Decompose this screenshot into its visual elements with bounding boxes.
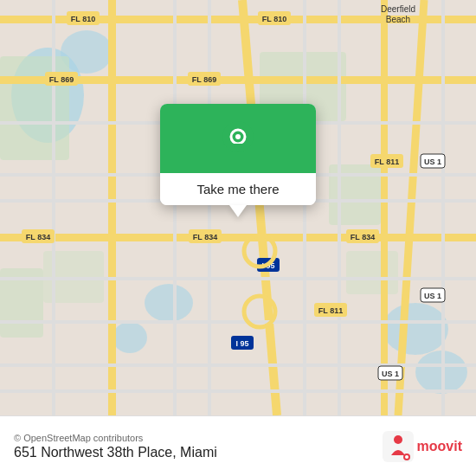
- svg-rect-29: [208, 0, 211, 415]
- svg-rect-23: [0, 277, 476, 280]
- svg-point-70: [394, 435, 402, 444]
- bottom-info-bar: © OpenStreetMap contributors 651 Northwe…: [0, 415, 476, 476]
- svg-rect-26: [0, 389, 476, 393]
- svg-point-3: [145, 284, 193, 322]
- svg-text:FL 834: FL 834: [193, 233, 217, 241]
- location-popup: Take me there: [160, 104, 316, 205]
- svg-text:US 1: US 1: [382, 370, 399, 378]
- svg-rect-27: [52, 0, 55, 415]
- take-me-there-button[interactable]: Take me there: [160, 173, 316, 205]
- bottom-left-info: © OpenStreetMap contributors 651 Northwe…: [14, 433, 217, 460]
- svg-rect-28: [173, 0, 177, 415]
- svg-text:FL 869: FL 869: [49, 75, 74, 84]
- svg-text:FL 834: FL 834: [351, 233, 375, 241]
- svg-rect-30: [303, 0, 306, 415]
- svg-rect-31: [338, 0, 341, 415]
- moovit-logo-svg: [383, 431, 414, 462]
- moovit-logo: moovit: [383, 431, 462, 462]
- svg-text:US 1: US 1: [424, 292, 441, 300]
- svg-rect-19: [381, 0, 388, 415]
- svg-point-4: [113, 322, 147, 353]
- svg-text:FL 869: FL 869: [192, 75, 216, 84]
- svg-rect-12: [346, 251, 398, 294]
- svg-text:I 95: I 95: [235, 339, 248, 348]
- moovit-text: moovit: [417, 439, 462, 454]
- svg-text:FL 811: FL 811: [375, 158, 399, 166]
- svg-rect-32: [441, 0, 445, 415]
- svg-rect-15: [0, 234, 476, 241]
- popup-tail: [229, 205, 247, 217]
- svg-text:FL 810: FL 810: [262, 15, 286, 23]
- svg-text:Beach: Beach: [386, 15, 410, 24]
- popup-green-header: [160, 104, 316, 173]
- map-attribution: © OpenStreetMap contributors: [14, 433, 217, 443]
- location-name: 651 Northwest 38th Place, Miami: [14, 445, 217, 460]
- svg-point-67: [235, 134, 241, 139]
- svg-text:Deerfield: Deerfield: [381, 4, 415, 14]
- svg-rect-16: [108, 0, 116, 415]
- svg-rect-24: [0, 320, 476, 324]
- svg-text:US 1: US 1: [424, 158, 441, 166]
- svg-point-72: [405, 455, 408, 459]
- svg-rect-25: [0, 363, 476, 367]
- location-pin-icon: [217, 119, 259, 161]
- svg-point-5: [383, 303, 448, 355]
- svg-text:FL 810: FL 810: [71, 15, 95, 23]
- svg-text:FL 811: FL 811: [318, 306, 343, 315]
- svg-text:FL 834: FL 834: [26, 233, 50, 241]
